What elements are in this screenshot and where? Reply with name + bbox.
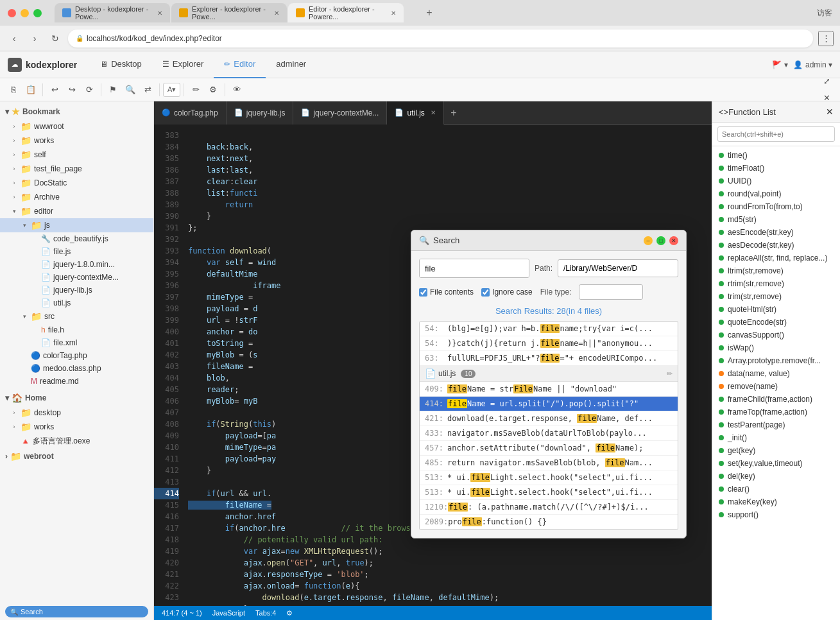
toolbar-settings-btn[interactable]: ⚙ [205, 82, 221, 98]
result-item[interactable]: 1210: file: (a.pathname.match(/\/([^\/?#… [420, 500, 678, 515]
function-item[interactable]: rtrim(str,remove) [712, 277, 840, 290]
dialog-close-button[interactable]: ✕ [669, 236, 678, 245]
browser-tab-2[interactable]: Explorer - kodexplorer - Powe... ✕ [171, 3, 287, 22]
sidebar-item-works[interactable]: › 📁 works [0, 133, 153, 148]
function-item[interactable]: remove(name) [712, 380, 840, 393]
function-item[interactable]: time() [712, 149, 840, 162]
function-item[interactable]: del(key) [712, 470, 840, 483]
minimize-button[interactable] [21, 9, 29, 17]
file-type-input[interactable] [579, 284, 643, 300]
font-size-dropdown[interactable]: A▾ [163, 83, 180, 97]
function-item[interactable]: timeFloat() [712, 162, 840, 175]
toolbar-replace-btn[interactable]: ⇄ [139, 82, 156, 98]
result-item[interactable]: 409: fileName = strFileName || "download… [420, 382, 678, 397]
search-input[interactable] [420, 259, 529, 277]
toolbar-redo-btn[interactable]: ↪ [64, 82, 80, 98]
file-contents-check[interactable]: File contents [419, 288, 474, 297]
add-tab-button[interactable]: + [444, 107, 463, 119]
tab-close-icon[interactable]: ✕ [431, 109, 436, 116]
toolbar-copy-btn[interactable]: ⎘ [5, 82, 22, 98]
sidebar-item-desktop-h[interactable]: › 📁 desktop [0, 406, 153, 420]
sidebar-item-docstatic[interactable]: › 📁 DocStatic [0, 176, 153, 190]
function-item[interactable]: testParent(page) [712, 418, 840, 431]
back-button[interactable]: ‹ [6, 31, 22, 46]
function-item[interactable]: support() [712, 508, 840, 521]
result-item[interactable]: 513: * ui.fileLight.select.hook("select"… [420, 470, 678, 485]
nav-desktop[interactable]: 🖥 Desktop [90, 51, 152, 78]
sidebar-item-src[interactable]: ▾ 📁 src [0, 309, 153, 323]
sidebar-item-self[interactable]: › 📁 self [0, 148, 153, 162]
toolbar-refresh-btn[interactable]: ⟳ [81, 82, 98, 98]
function-item[interactable]: canvasSupport() [712, 329, 840, 341]
function-search-input[interactable] [717, 126, 835, 142]
toolbar-paste-btn[interactable]: 📋 [22, 82, 39, 98]
function-item[interactable]: replaceAll(str, find, replace...) [712, 252, 840, 264]
result-item[interactable]: 2089: profile:function() {} [420, 515, 678, 530]
result-item[interactable]: 54: (blg]=e[g]);var h=b.filename;try{var… [420, 322, 678, 336]
more-menu-button[interactable]: ⋮ [818, 31, 834, 46]
browser-tab-1[interactable]: Desktop - kodexplorer - Powe... ✕ [55, 3, 170, 22]
function-item[interactable]: round(val,point) [712, 187, 840, 200]
admin-button[interactable]: 👤 admin ▾ [793, 60, 832, 69]
sidebar-item-wwwroot[interactable]: › 📁 wwwroot [0, 119, 153, 133]
toolbar-pencil-btn[interactable]: ✏ [187, 82, 204, 98]
function-item[interactable]: makeKey(key) [712, 495, 840, 508]
toolbar-undo-btn[interactable]: ↩ [46, 82, 63, 98]
function-item[interactable]: set(key,value,timeout) [712, 457, 840, 470]
sidebar-item-file-xml[interactable]: 📄 file.xml [0, 336, 153, 349]
dialog-maximize-button[interactable]: □ [656, 236, 665, 245]
sidebar-item-editor[interactable]: ▾ 📁 editor [0, 204, 153, 218]
sidebar-item-test-file-page[interactable]: › 📁 test_file_page [0, 162, 153, 176]
toolbar-preview-btn[interactable]: 👁 [228, 82, 245, 98]
ignore-case-check[interactable]: Ignore case [481, 288, 533, 297]
search-input-wrap[interactable]: 🔍 [419, 259, 529, 278]
function-item[interactable]: data(name, value) [712, 367, 840, 380]
ignore-case-checkbox[interactable] [481, 288, 490, 297]
browser-tab-2-close[interactable]: ✕ [274, 10, 279, 17]
function-panel-close[interactable]: ✕ [826, 107, 834, 117]
function-item[interactable]: isWap() [712, 341, 840, 354]
sidebar-item-file-h[interactable]: h file.h [0, 323, 153, 336]
sidebar-item-multilang[interactable]: 🔺 多语言管理.oexe [0, 434, 153, 449]
function-item[interactable]: _init() [712, 431, 840, 444]
result-item[interactable]: 513: * ui.fileLight.select.hook("select"… [420, 485, 678, 500]
function-item[interactable]: quoteHtml(str) [712, 303, 840, 316]
function-item[interactable]: clear() [712, 483, 840, 495]
result-edit-icon[interactable]: ✏ [667, 370, 673, 378]
function-item[interactable]: aesEncode(str,key) [712, 226, 840, 239]
sidebar-home-section[interactable]: ▾ 🏠 Home [0, 390, 153, 406]
nav-editor[interactable]: ✏ Editor [214, 51, 266, 78]
function-item[interactable]: ltrim(str,remove) [712, 264, 840, 277]
address-input-wrap[interactable]: 🔒 localhost/kod/kod_dev/index.php?editor [68, 30, 813, 47]
result-item-highlighted[interactable]: 414: fileName = url.split("/").pop().spl… [420, 397, 678, 411]
sidebar-item-colortag[interactable]: 🔵 colorTag.php [0, 349, 153, 362]
editor-tab-jquery-lib[interactable]: 📄 jquery-lib.js [227, 101, 294, 125]
refresh-button[interactable]: ↻ [47, 31, 63, 46]
forward-button[interactable]: › [27, 31, 42, 46]
sidebar-item-util-js[interactable]: 📄 util.js [0, 297, 153, 309]
sidebar-item-medoo[interactable]: 🔵 medoo.class.php [0, 362, 153, 375]
editor-tab-jquery-context[interactable]: 📄 jquery-contextMe... [293, 101, 387, 125]
function-item[interactable]: frameChild(frame,action) [712, 393, 840, 406]
result-item[interactable]: 485: return navigator.msSaveBlob(blob, f… [420, 456, 678, 470]
maximize-button[interactable] [33, 9, 42, 17]
close-button[interactable] [8, 9, 16, 17]
editor-tab-util-js[interactable]: 📄 util.js ✕ [387, 101, 443, 125]
result-item[interactable]: 457: anchor.setAttribute("download", fil… [420, 441, 678, 456]
toolbar-bookmark-btn[interactable]: ⚑ [105, 82, 121, 98]
editor-tab-colortag[interactable]: 🔵 colorTag.php [154, 101, 227, 125]
result-item[interactable]: 433: navigator.msSaveBlob(dataUrlToBlob(… [420, 426, 678, 441]
nav-adminer[interactable]: adminer [266, 51, 316, 78]
result-item[interactable]: 63: fullURL=PDFJS_URL+"?file="+ encodeUR… [420, 351, 678, 366]
browser-tab-3-close[interactable]: ✕ [391, 10, 396, 17]
toolbar-expand-btn[interactable]: ⤢ [818, 73, 835, 90]
function-item[interactable]: frameTop(frame,action) [712, 406, 840, 418]
file-contents-checkbox[interactable] [419, 288, 427, 297]
function-item[interactable]: Array.prototype.remove(fr... [712, 354, 840, 367]
sidebar-item-js[interactable]: ▾ 📁 js [0, 218, 153, 232]
result-item[interactable]: 421: download(e.target.response, fileNam… [420, 411, 678, 426]
path-input[interactable] [558, 259, 678, 277]
function-item[interactable]: quoteEncode(str) [712, 316, 840, 329]
function-item[interactable]: roundFromTo(from,to) [712, 200, 840, 213]
function-item[interactable]: md5(str) [712, 213, 840, 226]
